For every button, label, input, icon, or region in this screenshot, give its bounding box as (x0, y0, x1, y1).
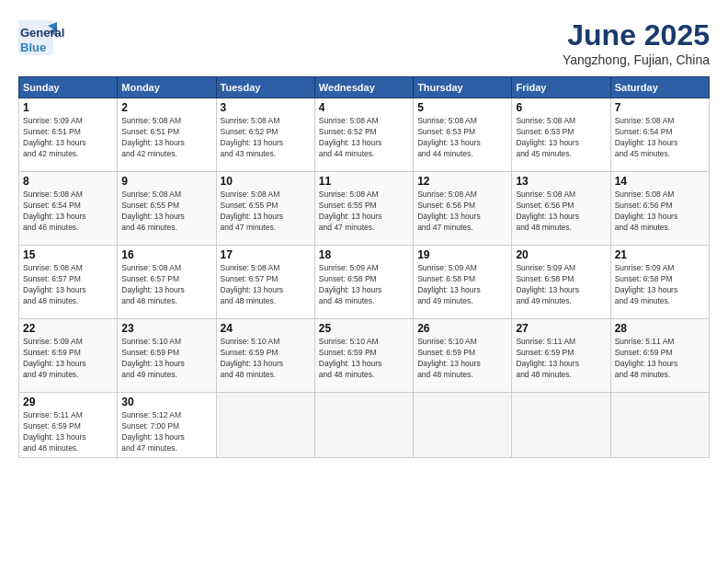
svg-text:Blue: Blue (20, 40, 46, 54)
table-row: 20Sunrise: 5:09 AMSunset: 6:58 PMDayligh… (512, 246, 610, 319)
logo-svg: General Blue (18, 18, 101, 64)
table-row: 3Sunrise: 5:08 AMSunset: 6:52 PMDaylight… (216, 98, 314, 172)
col-wednesday: Wednesday (314, 77, 413, 98)
day-info: Sunrise: 5:10 AMSunset: 6:59 PMDaylight:… (319, 337, 409, 381)
day-info: Sunrise: 5:08 AMSunset: 6:55 PMDaylight:… (319, 190, 409, 234)
table-row: 28Sunrise: 5:11 AMSunset: 6:59 PMDayligh… (610, 319, 709, 393)
day-number: 15 (23, 248, 113, 261)
table-row: 17Sunrise: 5:08 AMSunset: 6:57 PMDayligh… (216, 246, 314, 319)
day-info: Sunrise: 5:09 AMSunset: 6:58 PMDaylight:… (516, 263, 606, 307)
day-info: Sunrise: 5:08 AMSunset: 6:53 PMDaylight:… (516, 116, 606, 160)
day-info: Sunrise: 5:08 AMSunset: 6:55 PMDaylight:… (121, 190, 211, 234)
header: General Blue June 2025 Yangzhong, Fujian… (18, 18, 710, 67)
day-number: 3 (221, 101, 311, 114)
svg-text:General: General (20, 26, 64, 40)
day-number: 24 (221, 322, 311, 335)
day-info: Sunrise: 5:09 AMSunset: 6:51 PMDaylight:… (23, 116, 113, 160)
day-number: 20 (516, 248, 606, 261)
day-number: 5 (417, 101, 507, 114)
day-number: 7 (615, 101, 705, 114)
table-row (314, 393, 413, 458)
day-number: 23 (121, 322, 211, 335)
day-number: 8 (23, 175, 113, 188)
col-monday: Monday (118, 77, 216, 98)
day-info: Sunrise: 5:09 AMSunset: 6:59 PMDaylight:… (23, 337, 113, 381)
day-info: Sunrise: 5:10 AMSunset: 6:59 PMDaylight:… (417, 337, 507, 381)
day-info: Sunrise: 5:12 AMSunset: 7:00 PMDaylight:… (121, 410, 211, 454)
table-row: 14Sunrise: 5:08 AMSunset: 6:56 PMDayligh… (610, 172, 709, 246)
day-info: Sunrise: 5:08 AMSunset: 6:54 PMDaylight:… (23, 190, 113, 234)
day-number: 2 (121, 101, 211, 114)
table-row (512, 393, 610, 458)
table-row: 8Sunrise: 5:08 AMSunset: 6:54 PMDaylight… (19, 172, 118, 246)
table-row: 12Sunrise: 5:08 AMSunset: 6:56 PMDayligh… (414, 172, 512, 246)
table-row: 13Sunrise: 5:08 AMSunset: 6:56 PMDayligh… (512, 172, 610, 246)
table-row: 2Sunrise: 5:08 AMSunset: 6:51 PMDaylight… (118, 98, 216, 172)
table-row: 1Sunrise: 5:09 AMSunset: 6:51 PMDaylight… (19, 98, 118, 172)
day-number: 21 (615, 248, 705, 261)
day-number: 4 (319, 101, 409, 114)
day-info: Sunrise: 5:11 AMSunset: 6:59 PMDaylight:… (516, 337, 606, 381)
table-row: 11Sunrise: 5:08 AMSunset: 6:55 PMDayligh… (314, 172, 413, 246)
col-sunday: Sunday (19, 77, 118, 98)
day-number: 27 (516, 322, 606, 335)
day-info: Sunrise: 5:08 AMSunset: 6:57 PMDaylight:… (221, 263, 311, 307)
table-row: 29Sunrise: 5:11 AMSunset: 6:59 PMDayligh… (19, 393, 118, 458)
day-number: 18 (319, 248, 409, 261)
table-row: 16Sunrise: 5:08 AMSunset: 6:57 PMDayligh… (118, 246, 216, 319)
table-row: 22Sunrise: 5:09 AMSunset: 6:59 PMDayligh… (19, 319, 118, 393)
day-info: Sunrise: 5:09 AMSunset: 6:58 PMDaylight:… (417, 263, 507, 307)
day-number: 10 (221, 175, 311, 188)
day-info: Sunrise: 5:08 AMSunset: 6:56 PMDaylight:… (417, 190, 507, 234)
page: General Blue June 2025 Yangzhong, Fujian… (0, 0, 728, 563)
table-row (414, 393, 512, 458)
day-number: 14 (615, 175, 705, 188)
day-number: 13 (516, 175, 606, 188)
table-row: 25Sunrise: 5:10 AMSunset: 6:59 PMDayligh… (314, 319, 413, 393)
day-info: Sunrise: 5:08 AMSunset: 6:57 PMDaylight:… (23, 263, 113, 307)
header-row: Sunday Monday Tuesday Wednesday Thursday… (19, 77, 710, 98)
day-info: Sunrise: 5:08 AMSunset: 6:51 PMDaylight:… (121, 116, 211, 160)
table-row: 15Sunrise: 5:08 AMSunset: 6:57 PMDayligh… (19, 246, 118, 319)
table-row (216, 393, 314, 458)
day-number: 29 (23, 396, 113, 408)
day-number: 1 (23, 101, 113, 114)
col-tuesday: Tuesday (216, 77, 314, 98)
day-info: Sunrise: 5:08 AMSunset: 6:52 PMDaylight:… (221, 116, 311, 160)
table-row (610, 393, 709, 458)
table-row: 21Sunrise: 5:09 AMSunset: 6:58 PMDayligh… (610, 246, 709, 319)
day-number: 28 (615, 322, 705, 335)
table-row: 27Sunrise: 5:11 AMSunset: 6:59 PMDayligh… (512, 319, 610, 393)
table-row: 26Sunrise: 5:10 AMSunset: 6:59 PMDayligh… (414, 319, 512, 393)
day-info: Sunrise: 5:09 AMSunset: 6:58 PMDaylight:… (319, 263, 409, 307)
table-row: 30Sunrise: 5:12 AMSunset: 7:00 PMDayligh… (118, 393, 216, 458)
day-number: 12 (417, 175, 507, 188)
day-info: Sunrise: 5:11 AMSunset: 6:59 PMDaylight:… (23, 410, 113, 454)
day-number: 11 (319, 175, 409, 188)
day-number: 9 (121, 175, 211, 188)
day-info: Sunrise: 5:08 AMSunset: 6:56 PMDaylight:… (516, 190, 606, 234)
day-info: Sunrise: 5:10 AMSunset: 6:59 PMDaylight:… (121, 337, 211, 381)
col-saturday: Saturday (610, 77, 709, 98)
table-row: 6Sunrise: 5:08 AMSunset: 6:53 PMDaylight… (512, 98, 610, 172)
day-info: Sunrise: 5:08 AMSunset: 6:54 PMDaylight:… (615, 116, 705, 160)
logo: General Blue (18, 18, 101, 64)
day-info: Sunrise: 5:09 AMSunset: 6:58 PMDaylight:… (615, 263, 705, 307)
table-row: 10Sunrise: 5:08 AMSunset: 6:55 PMDayligh… (216, 172, 314, 246)
subtitle: Yangzhong, Fujian, China (563, 52, 710, 67)
day-number: 6 (516, 101, 606, 114)
day-number: 26 (417, 322, 507, 335)
col-friday: Friday (512, 77, 610, 98)
day-info: Sunrise: 5:08 AMSunset: 6:55 PMDaylight:… (221, 190, 311, 234)
day-info: Sunrise: 5:08 AMSunset: 6:52 PMDaylight:… (319, 116, 409, 160)
day-number: 25 (319, 322, 409, 335)
table-row: 18Sunrise: 5:09 AMSunset: 6:58 PMDayligh… (314, 246, 413, 319)
day-info: Sunrise: 5:11 AMSunset: 6:59 PMDaylight:… (615, 337, 705, 381)
day-info: Sunrise: 5:10 AMSunset: 6:59 PMDaylight:… (221, 337, 311, 381)
day-number: 22 (23, 322, 113, 335)
table-row: 7Sunrise: 5:08 AMSunset: 6:54 PMDaylight… (610, 98, 709, 172)
day-info: Sunrise: 5:08 AMSunset: 6:57 PMDaylight:… (121, 263, 211, 307)
table-row: 19Sunrise: 5:09 AMSunset: 6:58 PMDayligh… (414, 246, 512, 319)
day-number: 17 (221, 248, 311, 261)
day-number: 19 (417, 248, 507, 261)
